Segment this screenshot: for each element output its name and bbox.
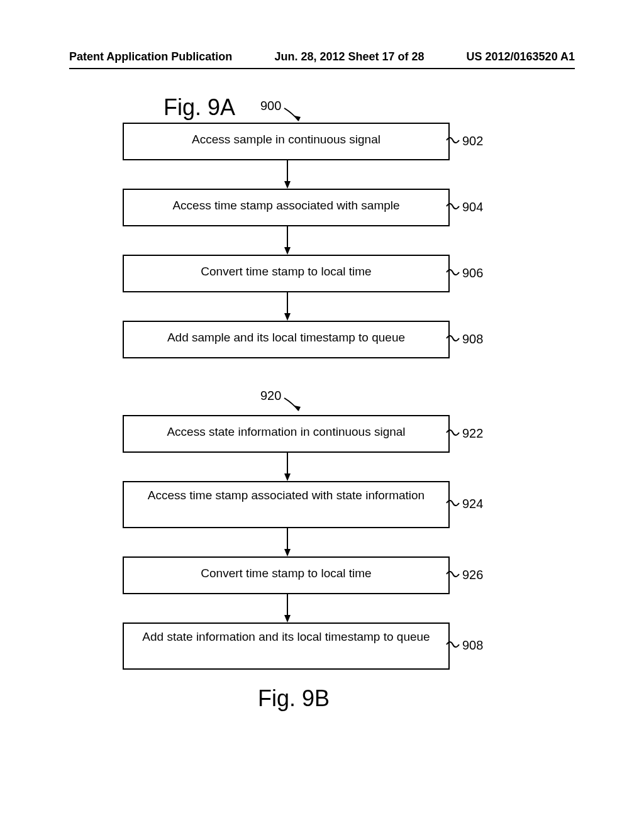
reference-label-922: 922	[462, 426, 483, 441]
step-box-926: Convert time stamp to local time	[123, 556, 450, 594]
step-text: Add state information and its local time…	[142, 630, 430, 643]
curve-connector-icon	[445, 265, 461, 280]
curve-connector-icon	[445, 637, 461, 652]
step-text: Add sample and its local timestamp to qu…	[167, 331, 405, 344]
flow-arrow-icon	[284, 292, 291, 321]
step-text: Access time stamp associated with sample	[172, 199, 399, 212]
reference-label-904: 904	[462, 200, 483, 214]
step-box-922: Access state information in continuous s…	[123, 415, 450, 453]
step-text: Access state information in continuous s…	[167, 425, 405, 438]
reference-label-902: 902	[462, 134, 483, 148]
reference-label-926: 926	[462, 568, 483, 582]
header-left: Patent Application Publication	[69, 50, 232, 64]
curve-connector-icon	[445, 495, 461, 511]
curve-connector-icon	[445, 331, 461, 346]
step-box-924: Access time stamp associated with state …	[123, 481, 450, 528]
reference-label-924: 924	[462, 497, 483, 511]
reference-label-906: 906	[462, 266, 483, 280]
svg-marker-2	[284, 181, 291, 189]
step-box-908: Add sample and its local timestamp to qu…	[123, 321, 450, 358]
header-center: Jun. 28, 2012 Sheet 17 of 28	[274, 50, 424, 64]
reference-900: 900	[260, 99, 281, 113]
header-right: US 2012/0163520 A1	[467, 50, 575, 64]
step-text: Access sample in continuous signal	[192, 133, 380, 146]
flow-arrow-icon	[284, 528, 291, 556]
flow-arrow-icon	[284, 226, 291, 255]
flow-arrow-icon	[284, 160, 291, 189]
step-text: Access time stamp associated with state …	[148, 489, 425, 502]
step-text: Convert time stamp to local time	[201, 265, 371, 278]
curve-connector-icon	[445, 199, 461, 214]
step-box-928: Add state information and its local time…	[123, 622, 450, 670]
svg-marker-4	[284, 247, 291, 255]
curve-connector-icon	[445, 567, 461, 582]
svg-marker-13	[284, 615, 291, 622]
step-box-904: Access time stamp associated with sample	[123, 189, 450, 226]
svg-marker-9	[284, 473, 291, 481]
reference-label-928: 908	[462, 638, 483, 653]
step-box-902: Access sample in continuous signal	[123, 123, 450, 160]
reference-920: 920	[260, 389, 281, 403]
flow-arrow-icon	[284, 453, 291, 481]
figure-9b-title: Fig. 9B	[258, 685, 330, 712]
svg-marker-11	[284, 549, 291, 556]
curve-connector-icon	[445, 425, 461, 440]
curve-connector-icon	[445, 133, 461, 148]
reference-label-908: 908	[462, 332, 483, 346]
figure-9a-title: Fig. 9A	[164, 94, 235, 121]
step-text: Convert time stamp to local time	[201, 567, 371, 580]
svg-marker-6	[284, 313, 291, 321]
page-header: Patent Application Publication Jun. 28, …	[69, 50, 575, 64]
flow-arrow-icon	[284, 594, 291, 622]
reference-arrow-icon	[283, 397, 308, 416]
header-rule	[69, 68, 575, 69]
step-box-906: Convert time stamp to local time	[123, 255, 450, 292]
